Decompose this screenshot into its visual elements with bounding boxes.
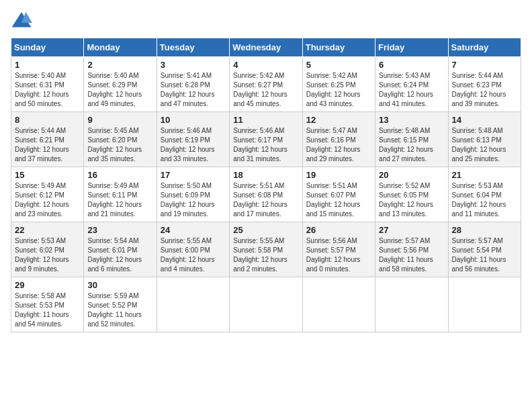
day-info: Sunrise: 5:50 AMSunset: 6:09 PMDaylight:… <box>161 181 226 219</box>
day-info: Sunrise: 5:41 AMSunset: 6:28 PMDaylight:… <box>161 71 226 109</box>
day-number: 22 <box>15 225 80 235</box>
page-header <box>11 11 521 30</box>
calendar-cell: 27Sunrise: 5:57 AMSunset: 5:56 PMDayligh… <box>375 222 448 277</box>
calendar-cell: 20Sunrise: 5:52 AMSunset: 6:05 PMDayligh… <box>375 167 448 222</box>
day-number: 18 <box>233 170 298 180</box>
day-info: Sunrise: 5:46 AMSunset: 6:17 PMDaylight:… <box>233 126 298 164</box>
calendar-cell <box>448 277 521 332</box>
day-number: 20 <box>379 170 444 180</box>
day-number: 2 <box>87 60 152 70</box>
day-info: Sunrise: 5:49 AMSunset: 6:11 PMDaylight:… <box>87 181 152 219</box>
day-number: 28 <box>452 225 517 235</box>
day-info: Sunrise: 5:55 AMSunset: 6:00 PMDaylight:… <box>161 236 226 274</box>
day-info: Sunrise: 5:46 AMSunset: 6:19 PMDaylight:… <box>161 126 226 164</box>
day-number: 23 <box>87 225 152 235</box>
weekday-header-wednesday: Wednesday <box>230 38 302 57</box>
day-info: Sunrise: 5:56 AMSunset: 5:57 PMDaylight:… <box>306 236 371 274</box>
day-number: 19 <box>306 170 371 180</box>
day-number: 27 <box>379 225 444 235</box>
day-number: 25 <box>233 225 298 235</box>
calendar-cell: 18Sunrise: 5:51 AMSunset: 6:08 PMDayligh… <box>230 167 302 222</box>
calendar-cell: 19Sunrise: 5:51 AMSunset: 6:07 PMDayligh… <box>302 167 375 222</box>
day-info: Sunrise: 5:52 AMSunset: 6:05 PMDaylight:… <box>379 181 444 219</box>
day-info: Sunrise: 5:44 AMSunset: 6:21 PMDaylight:… <box>15 126 80 164</box>
calendar-cell: 14Sunrise: 5:48 AMSunset: 6:13 PMDayligh… <box>448 112 521 167</box>
day-number: 5 <box>306 60 371 70</box>
weekday-header-friday: Friday <box>375 38 448 57</box>
day-number: 16 <box>87 170 152 180</box>
calendar-cell: 2Sunrise: 5:40 AMSunset: 6:29 PMDaylight… <box>84 57 157 112</box>
day-number: 24 <box>161 225 226 235</box>
day-number: 11 <box>233 115 298 125</box>
calendar-cell <box>230 277 302 332</box>
calendar-cell: 28Sunrise: 5:57 AMSunset: 5:54 PMDayligh… <box>448 222 521 277</box>
calendar-cell: 26Sunrise: 5:56 AMSunset: 5:57 PMDayligh… <box>302 222 375 277</box>
day-number: 13 <box>379 115 444 125</box>
calendar-cell: 13Sunrise: 5:48 AMSunset: 6:15 PMDayligh… <box>375 112 448 167</box>
calendar-cell: 11Sunrise: 5:46 AMSunset: 6:17 PMDayligh… <box>230 112 302 167</box>
calendar-cell: 9Sunrise: 5:45 AMSunset: 6:20 PMDaylight… <box>84 112 157 167</box>
calendar-cell: 17Sunrise: 5:50 AMSunset: 6:09 PMDayligh… <box>157 167 229 222</box>
day-info: Sunrise: 5:42 AMSunset: 6:25 PMDaylight:… <box>306 71 371 109</box>
day-number: 9 <box>87 115 152 125</box>
calendar-cell: 4Sunrise: 5:42 AMSunset: 6:27 PMDaylight… <box>230 57 302 112</box>
day-number: 15 <box>15 170 80 180</box>
day-number: 26 <box>306 225 371 235</box>
day-info: Sunrise: 5:54 AMSunset: 6:01 PMDaylight:… <box>87 236 152 274</box>
logo <box>11 11 35 30</box>
day-info: Sunrise: 5:44 AMSunset: 6:23 PMDaylight:… <box>452 71 517 109</box>
day-number: 7 <box>452 60 517 70</box>
day-number: 6 <box>379 60 444 70</box>
calendar-cell: 8Sunrise: 5:44 AMSunset: 6:21 PMDaylight… <box>11 112 84 167</box>
day-info: Sunrise: 5:48 AMSunset: 6:15 PMDaylight:… <box>379 126 444 164</box>
day-info: Sunrise: 5:53 AMSunset: 6:04 PMDaylight:… <box>452 181 517 219</box>
day-number: 10 <box>161 115 226 125</box>
calendar-table: SundayMondayTuesdayWednesdayThursdayFrid… <box>11 38 521 332</box>
day-number: 29 <box>15 280 80 290</box>
calendar-cell: 7Sunrise: 5:44 AMSunset: 6:23 PMDaylight… <box>448 57 521 112</box>
day-number: 14 <box>452 115 517 125</box>
calendar-cell: 6Sunrise: 5:43 AMSunset: 6:24 PMDaylight… <box>375 57 448 112</box>
calendar-cell: 30Sunrise: 5:59 AMSunset: 5:52 PMDayligh… <box>84 277 157 332</box>
day-number: 4 <box>233 60 298 70</box>
day-info: Sunrise: 5:53 AMSunset: 6:02 PMDaylight:… <box>15 236 80 274</box>
weekday-header-tuesday: Tuesday <box>157 38 229 57</box>
day-info: Sunrise: 5:48 AMSunset: 6:13 PMDaylight:… <box>452 126 517 164</box>
day-info: Sunrise: 5:45 AMSunset: 6:20 PMDaylight:… <box>87 126 152 164</box>
calendar-cell <box>375 277 448 332</box>
calendar-cell <box>302 277 375 332</box>
calendar-cell: 29Sunrise: 5:58 AMSunset: 5:53 PMDayligh… <box>11 277 84 332</box>
day-number: 3 <box>161 60 226 70</box>
calendar-cell: 22Sunrise: 5:53 AMSunset: 6:02 PMDayligh… <box>11 222 84 277</box>
day-info: Sunrise: 5:57 AMSunset: 5:56 PMDaylight:… <box>379 236 444 274</box>
weekday-header-monday: Monday <box>84 38 157 57</box>
day-info: Sunrise: 5:55 AMSunset: 5:58 PMDaylight:… <box>233 236 298 274</box>
calendar-cell: 10Sunrise: 5:46 AMSunset: 6:19 PMDayligh… <box>157 112 229 167</box>
weekday-header-sunday: Sunday <box>11 38 84 57</box>
day-info: Sunrise: 5:42 AMSunset: 6:27 PMDaylight:… <box>233 71 298 109</box>
calendar-cell: 5Sunrise: 5:42 AMSunset: 6:25 PMDaylight… <box>302 57 375 112</box>
day-info: Sunrise: 5:43 AMSunset: 6:24 PMDaylight:… <box>379 71 444 109</box>
calendar-cell: 12Sunrise: 5:47 AMSunset: 6:16 PMDayligh… <box>302 112 375 167</box>
weekday-header-saturday: Saturday <box>448 38 521 57</box>
calendar-cell: 15Sunrise: 5:49 AMSunset: 6:12 PMDayligh… <box>11 167 84 222</box>
day-info: Sunrise: 5:51 AMSunset: 6:07 PMDaylight:… <box>306 181 371 219</box>
day-info: Sunrise: 5:40 AMSunset: 6:29 PMDaylight:… <box>87 71 152 109</box>
calendar-cell: 1Sunrise: 5:40 AMSunset: 6:31 PMDaylight… <box>11 57 84 112</box>
day-number: 12 <box>306 115 371 125</box>
calendar-cell: 25Sunrise: 5:55 AMSunset: 5:58 PMDayligh… <box>230 222 302 277</box>
day-info: Sunrise: 5:49 AMSunset: 6:12 PMDaylight:… <box>15 181 80 219</box>
calendar-cell: 23Sunrise: 5:54 AMSunset: 6:01 PMDayligh… <box>84 222 157 277</box>
weekday-header-thursday: Thursday <box>302 38 375 57</box>
logo-icon <box>11 11 32 30</box>
day-info: Sunrise: 5:58 AMSunset: 5:53 PMDaylight:… <box>15 291 80 329</box>
calendar-cell: 24Sunrise: 5:55 AMSunset: 6:00 PMDayligh… <box>157 222 229 277</box>
day-number: 1 <box>15 60 80 70</box>
day-info: Sunrise: 5:40 AMSunset: 6:31 PMDaylight:… <box>15 71 80 109</box>
day-number: 17 <box>161 170 226 180</box>
day-info: Sunrise: 5:59 AMSunset: 5:52 PMDaylight:… <box>87 291 152 329</box>
day-info: Sunrise: 5:51 AMSunset: 6:08 PMDaylight:… <box>233 181 298 219</box>
calendar-cell: 16Sunrise: 5:49 AMSunset: 6:11 PMDayligh… <box>84 167 157 222</box>
day-number: 21 <box>452 170 517 180</box>
calendar-cell: 21Sunrise: 5:53 AMSunset: 6:04 PMDayligh… <box>448 167 521 222</box>
